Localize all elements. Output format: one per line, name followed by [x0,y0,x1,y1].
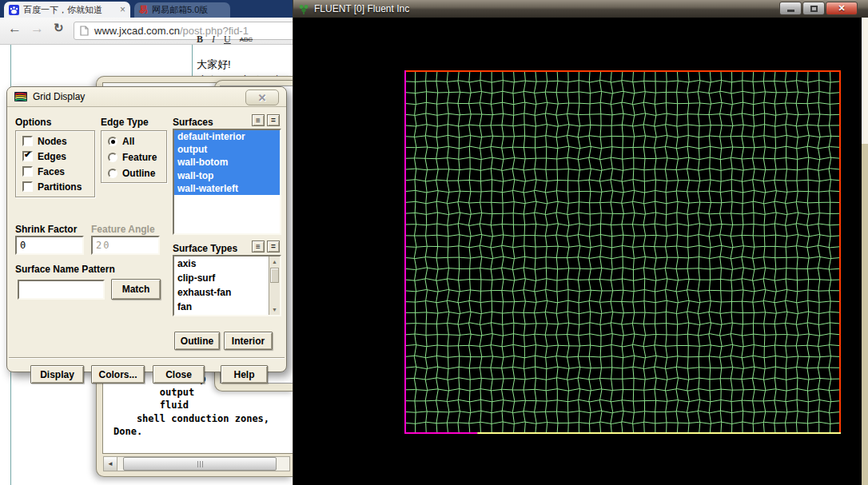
surface-types-scrollbar[interactable]: ▲ ▼ [269,256,280,315]
editor-toolbar: B I U ABC [197,34,291,46]
underline-icon[interactable]: U [224,34,231,46]
mesh-viewport[interactable] [404,70,841,434]
options-group: Nodes Edges Faces Partitions [15,130,95,197]
outline-button[interactable]: Outline [174,332,220,350]
screen-edge-strip-bottom [862,144,868,485]
feature-angle-input[interactable] [91,236,160,255]
shrink-factor-label: Shrink Factor [15,224,77,235]
page-icon [80,26,89,36]
feature-radio[interactable] [108,153,117,162]
surface-name-pattern-input[interactable] [18,280,105,300]
faces-label: Faces [38,166,65,177]
surface-name-pattern-label: Surface Name Pattern [15,264,115,275]
feature-label: Feature [122,152,157,163]
edges-label: Edges [38,151,66,162]
reload-icon[interactable]: ↻ [54,21,64,35]
surfaces-select-all-icon[interactable]: = [267,114,280,126]
help-button[interactable]: Help [221,365,268,384]
partitions-row[interactable]: Partitions [16,179,94,194]
surfaces-menu-icon[interactable]: ≡ [252,114,265,126]
outline-row[interactable]: Outline [102,165,166,181]
dialog-close-button[interactable]: ✕ [245,89,279,105]
outline-radio[interactable] [108,169,117,178]
tab-close-icon[interactable]: × [120,5,125,14]
edge-type-label: Edge Type [101,117,149,128]
partitions-checkbox[interactable] [22,181,33,192]
console-line: shell conduction zones, [113,412,269,426]
console-horizontal-scrollbar[interactable]: ◄ [103,456,290,471]
outline-label: Outline [122,168,155,179]
fluent-window-title: FLUENT [0] Fluent Inc [314,3,409,14]
fluent-title-bar[interactable]: FLUENT [0] Fluent Inc ✕ [293,0,868,18]
dialog-separator [9,357,285,359]
console-line: Done. [113,425,269,439]
shrink-factor-input[interactable] [15,236,84,255]
list-item[interactable]: output [174,143,280,156]
options-label: Options [15,117,51,128]
scrollbar-thumb[interactable] [123,457,277,471]
console-line: fluid [113,399,269,412]
scroll-up-icon[interactable]: ▲ [269,256,280,267]
bold-icon[interactable]: B [197,34,203,46]
list-item[interactable]: default-interior [174,130,280,143]
scrollbar-thumb[interactable] [270,268,279,283]
list-item[interactable]: exhaust-fan [174,285,269,300]
colors-button[interactable]: Colors... [91,365,145,384]
dialog-title: Grid Display [33,91,85,102]
surface-types-list[interactable]: axis clip-surf exhaust-fan fan ▲ ▼ [173,255,281,316]
partitions-label: Partitions [38,181,82,193]
close-icon[interactable]: ✕ [826,2,858,15]
grid-display-dialog: Grid Display ✕ Options Nodes Edges Faces… [6,86,287,372]
list-item[interactable]: axis [174,256,269,271]
maximize-icon[interactable] [802,2,825,15]
faces-checkbox[interactable] [22,166,33,177]
post-greeting: 大家好! [197,58,231,72]
scroll-down-icon[interactable]: ▼ [269,304,280,315]
list-item[interactable]: clip-surf [174,271,269,285]
surfaces-label: Surfaces [173,117,213,128]
url-domain: www.jxcad.com.cn [94,25,180,37]
grid-display-icon [14,92,27,101]
minimize-icon[interactable] [779,2,802,15]
surface-types-select-all-icon[interactable]: = [267,241,280,252]
close-button[interactable]: Close [153,365,205,384]
tab-title: 网易邮箱5.0版 [152,4,208,16]
feature-row[interactable]: Feature [102,149,166,165]
feature-angle-label: Feature Angle [91,224,155,235]
screen-edge-strip-top [862,18,868,144]
edges-checkbox[interactable] [22,151,33,161]
baidu-paw-icon [9,5,19,15]
nodes-row[interactable]: Nodes [16,133,94,149]
surfaces-list[interactable]: default-interior output wall-botom wall-… [173,129,281,235]
netease-yi-icon: 易 [139,4,148,16]
edges-row[interactable]: Edges [16,149,94,164]
edge-type-group: All Feature Outline [101,130,167,183]
list-item[interactable]: wall-botom [174,156,280,169]
match-button[interactable]: Match [111,279,161,300]
fluent-app-icon [298,3,309,14]
tab-title: 百度一下，你就知道 [23,4,116,16]
tab-netease[interactable]: 易 网易邮箱5.0版 [134,2,230,18]
all-radio[interactable] [108,137,117,146]
scroll-left-icon[interactable]: ◄ [104,457,117,471]
strikethrough-icon[interactable]: ABC [240,36,253,43]
surface-types-label: Surface Types [173,243,237,254]
all-row[interactable]: All [102,133,166,149]
list-item[interactable]: wall-top [174,169,280,182]
forward-icon[interactable]: → [30,21,44,37]
italic-icon[interactable]: I [212,34,215,46]
surface-types-menu-icon[interactable]: ≡ [252,241,265,252]
dialog-title-bar[interactable]: Grid Display [7,87,286,107]
all-label: All [122,136,134,147]
faces-row[interactable]: Faces [16,164,94,179]
interior-button[interactable]: Interior [224,332,273,350]
list-item[interactable]: wall-waterleft [174,182,280,195]
tab-baidu[interactable]: 百度一下，你就知道 × [4,2,130,18]
back-icon[interactable]: ← [8,21,22,37]
list-item[interactable]: fan [174,300,269,314]
nodes-checkbox[interactable] [22,136,33,146]
fluent-graphics-window: FLUENT [0] Fluent Inc ✕ [293,0,868,485]
display-button[interactable]: Display [30,365,84,384]
nodes-label: Nodes [38,136,67,147]
